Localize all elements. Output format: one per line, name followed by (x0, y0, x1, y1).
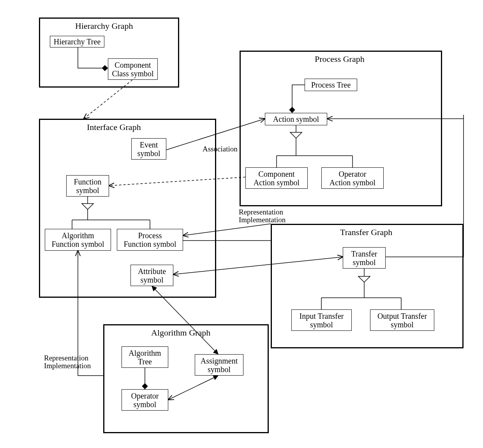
label-association: Association (203, 145, 238, 153)
diagram-canvas: Hierarchy Graph Hierarchy Tree Component… (0, 0, 483, 448)
box-assignment-symbol: Assignmentsymbol (195, 354, 243, 376)
box-action-symbol: Action symbol (265, 113, 327, 125)
box-operator-symbol: Operatorsymbol (122, 389, 168, 411)
box-operator-action: OperatorAction symbol (321, 167, 384, 189)
box-process-function: ProcessFunction symbol (117, 229, 183, 251)
group-interface-title: Interface Graph (87, 122, 141, 132)
box-output-transfer: Output Transfersymbol (370, 309, 434, 331)
label-rep-impl-process: RepresentationImplementation (239, 208, 286, 224)
group-algorithm: Algorithm Graph (103, 324, 269, 433)
box-function-symbol: Functionsymbol (66, 175, 109, 197)
box-process-tree: Process Tree (305, 79, 357, 91)
group-hierarchy-title: Hierarchy Graph (75, 21, 133, 31)
group-interface: Interface Graph (39, 119, 216, 298)
group-transfer-title: Transfer Graph (340, 227, 392, 237)
box-component-action: ComponentAction symbol (245, 167, 308, 189)
box-attribute-symbol: Attributesymbol (130, 265, 173, 286)
group-process-title: Process Graph (315, 54, 365, 64)
group-algorithm-title: Algorithm Graph (151, 328, 210, 338)
box-algorithm-function: AlgorithmFunction symbol (45, 229, 111, 251)
box-transfer-symbol: Transfersymbol (343, 247, 386, 269)
box-hierarchy-tree: Hierarchy Tree (50, 36, 104, 47)
box-component-class: ComponentClass symbol (108, 58, 158, 80)
label-rep-impl-algorithm: RepresentationImplementation (44, 354, 91, 370)
box-input-transfer: Input Transfersymbol (291, 309, 352, 331)
box-algorithm-tree: AlgorithmTree (122, 346, 168, 368)
box-event-symbol: Eventsymbol (131, 138, 166, 160)
